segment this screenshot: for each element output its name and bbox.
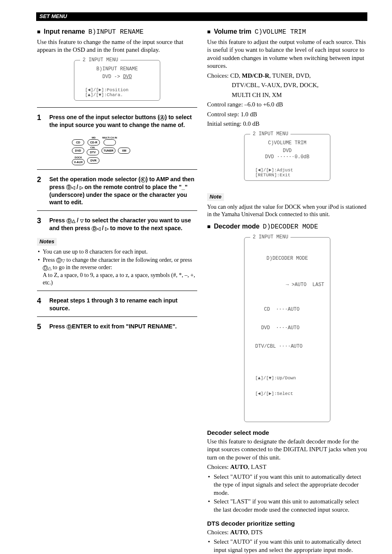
section-input-rename: ■ Input rename B)INPUT RENAME — [37, 28, 197, 37]
osd-arrow-icon: → — [286, 282, 288, 288]
step-number: 3 — [37, 217, 44, 232]
bullet-list: Select "AUTO" if you want this unit to a… — [207, 538, 367, 554]
step-5: 5 Press DENTER to exit from "INPUT RENAM… — [37, 323, 197, 332]
section-desc: Use this feature to adjust the output vo… — [207, 38, 367, 70]
bullet-item: Select "LAST" if you want this unit to a… — [207, 498, 367, 514]
section-decoder-mode: ■ Decoder mode D)DECODER MODE — [207, 222, 367, 231]
bullet-list: Select "AUTO" if you want this unit to a… — [207, 473, 367, 514]
choices-line: Choices: AUTO, LAST — [207, 463, 367, 471]
osd-line: B)INPUT RENAME — [78, 66, 157, 72]
section-code: C)VOLUME TRIM — [255, 28, 306, 37]
step-text: Repeat steps 1 through 3 to rename each … — [49, 297, 197, 312]
osd-line: DTV/CBL ····AUTO — [255, 344, 327, 350]
step-text: to exit from "INPUT RENAME". — [92, 323, 177, 330]
selector-button[interactable]: CD — [72, 139, 84, 145]
section-title: Input rename — [44, 28, 85, 36]
step-text: Press — [49, 217, 67, 224]
selector-button[interactable]: V-AUX — [72, 159, 85, 165]
selector-button[interactable]: DVR — [87, 157, 99, 164]
selector-label: MULTI CH IN — [102, 136, 117, 139]
step-number: 1 — [37, 113, 44, 129]
circled-letter-icon: A — [159, 115, 165, 120]
osd-volume-trim: 2 INPUT MENU C)VOLUME TRIM DVD DVD ·····… — [244, 134, 330, 181]
circled-letter-icon: D — [92, 226, 97, 231]
subhead-decoder-select: Decoder select mode — [207, 429, 367, 437]
page-number: 56 En — [37, 552, 54, 554]
step-text: to move to the next space. — [108, 225, 182, 231]
selector-button[interactable]: CD-R — [88, 139, 100, 145]
note-label: Note — [207, 193, 224, 201]
osd-foot-line: [◄]/[►]:Select — [255, 391, 327, 397]
circled-letter-icon: K — [141, 177, 146, 182]
selector-label: DOCK — [75, 156, 82, 159]
osd-line: DVD — [248, 148, 327, 154]
osd-line: C)VOLUME TRIM — [248, 140, 327, 146]
note-subtext: A to Z, a space, 0 to 9, a space, a to z… — [43, 272, 197, 286]
step-number: 5 — [37, 323, 44, 332]
selector-button[interactable]: DTV — [87, 149, 99, 155]
control-step: Control step: 1.0 dB — [207, 111, 367, 119]
section-desc: Use this feature to change the name of t… — [37, 38, 197, 54]
step-text: ) to — [146, 176, 156, 182]
section-desc: Use this feature to designate the defaul… — [207, 438, 367, 462]
square-bullet-icon: ■ — [37, 28, 40, 36]
section-code: D)DECODER MODE — [263, 223, 318, 231]
selector-button[interactable]: TUNER — [101, 148, 115, 154]
selector-button[interactable]: DVD — [72, 148, 84, 154]
osd-foot-line: [▲]/[▼]:Chara. — [85, 92, 157, 98]
triangle-right-icon: ▷ — [105, 226, 108, 231]
bullet-item: Select "AUTO" if you want this unit to a… — [207, 538, 367, 554]
input-selector-diagram: MD CD-R CD MULTI CH IN DVD CBL — [72, 136, 162, 165]
triangle-up-icon: △ — [72, 218, 75, 223]
selector-label: CBL — [90, 146, 95, 149]
osd-line: DVD ····AUTO — [255, 325, 327, 331]
circled-letter-icon: D — [67, 218, 72, 224]
initial-setting: Initial setting: 0.0 dB — [207, 120, 367, 128]
osd-line: DVD ······0.0dB — [248, 154, 327, 160]
selector-button[interactable] — [104, 139, 116, 145]
note-text: You can only adjust the value for DOCK w… — [207, 203, 367, 218]
control-range: Control range: –6.0 to +6.0 dB — [207, 101, 367, 109]
notes-list: You can use up to 8 characters for each … — [37, 248, 197, 286]
osd-tab: 2 INPUT MENU — [80, 57, 120, 63]
osd-tab: 2 INPUT MENU — [250, 131, 291, 137]
selector-button[interactable]: XM — [118, 148, 130, 154]
note-item: You can use up to 8 characters for each … — [37, 248, 197, 256]
notes-label: Notes — [37, 238, 57, 246]
choices-line: DTV/CBL, V-AUX, DVR, DOCK, — [232, 81, 367, 90]
bullet-item: Select "AUTO" if you want this unit to a… — [207, 473, 367, 497]
osd-foot-line: [RETURN]:Exit — [255, 173, 327, 178]
step-text: Press one of the input selector buttons … — [49, 114, 159, 120]
osd-line: DVD -> — [102, 74, 123, 80]
subhead-dts: DTS decoder prioritize setting — [207, 519, 367, 528]
step-3: 3 Press D△ / ▽ to select the character y… — [37, 217, 197, 232]
step-1: 1 Press one of the input selector button… — [37, 113, 197, 129]
selector-label: MD — [92, 136, 95, 139]
triangle-right-icon: ▷ — [80, 185, 83, 190]
right-column: ■ Volume trim C)VOLUME TRIM Use this fea… — [207, 26, 367, 554]
step-text: Set the operation mode selector ( — [49, 176, 141, 182]
triangle-down-icon: ▽ — [62, 258, 65, 263]
osd-tab: 2 INPUT MENU — [250, 234, 291, 240]
circled-letter-icon: D — [56, 258, 62, 263]
circled-letter-icon: D — [43, 265, 48, 271]
note-item: Press D▽ to change the character in the … — [37, 256, 197, 286]
step-4: 4 Repeat steps 1 through 3 to rename eac… — [37, 297, 197, 312]
osd-line: D)DECODER MODE — [248, 256, 327, 262]
choices-line: Choices: AUTO, DTS — [207, 529, 367, 537]
choices-line: MULTI CH IN, XM — [232, 91, 367, 99]
circled-letter-icon: D — [67, 324, 72, 330]
triangle-up-icon: △ — [48, 265, 51, 270]
section-volume-trim: ■ Volume trim C)VOLUME TRIM — [207, 28, 367, 37]
osd-underline: DVD — [123, 74, 132, 80]
osd-foot-line: [◄]/[►]:Adjust — [255, 168, 327, 173]
left-column: ■ Input rename B)INPUT RENAME Use this f… — [37, 26, 197, 554]
section-title: Decoder mode — [214, 222, 259, 231]
osd-line: >AUTO LAST — [292, 282, 324, 288]
step-text: Press — [49, 323, 67, 330]
header-bar: SET MENU — [36, 12, 367, 21]
osd-foot-line: [◄]/[►]:Position — [85, 88, 157, 93]
triangle-down-icon: ▽ — [80, 218, 83, 223]
step-number: 2 — [37, 175, 44, 207]
choices-line: Choices: CD, MD/CD-R, TUNER, DVD, — [207, 72, 367, 80]
